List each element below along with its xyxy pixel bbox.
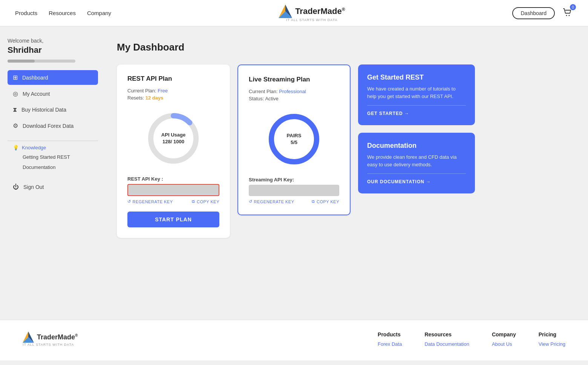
documentation-description: We provide clean forex and CFD data via … — [367, 153, 466, 168]
streaming-api-key-input[interactable] — [249, 185, 339, 196]
rest-copy-btn[interactable]: ⧉ COPY KEY — [192, 199, 219, 204]
logo-text: TraderMade® — [295, 6, 345, 16]
dashboard-icon: ⊞ — [13, 74, 18, 81]
cards-row: REST API Plan Current Plan: Free Resets:… — [117, 64, 577, 238]
streaming-donut-label: PAIRS 5/5 — [287, 132, 302, 146]
main-content: My Dashboard REST API Plan Current Plan:… — [106, 26, 588, 320]
footer-company-heading: Company — [492, 331, 516, 337]
rest-api-card: REST API Plan Current Plan: Free Resets:… — [117, 64, 230, 238]
sidebar-item-documentation[interactable]: Documentation — [8, 162, 98, 172]
footer-products-heading: Products — [378, 331, 402, 337]
footer-resources-heading: Resources — [424, 331, 469, 337]
rest-api-key-row — [127, 184, 219, 196]
sidebar-item-signout[interactable]: ⏻ Sign Out — [8, 180, 98, 194]
footer-logo-text: TraderMade® — [37, 333, 78, 341]
footer-view-pricing-link[interactable]: View Pricing — [539, 341, 565, 347]
logo-icon — [279, 5, 292, 18]
sidebar-download-label: Download Forex Data — [23, 123, 74, 129]
footer: TraderMade® IT ALL STARTS WITH DATA Prod… — [0, 320, 588, 360]
documentation-card: Documentation We provide clean forex and… — [358, 133, 475, 193]
streaming-current-plan: Current Plan: Professional — [249, 89, 339, 94]
get-started-title: Get Started REST — [367, 74, 466, 81]
streaming-copy-btn[interactable]: ⧉ COPY KEY — [312, 199, 339, 204]
streaming-regenerate-icon: ↺ — [249, 199, 253, 204]
username: Shridhar — [8, 45, 98, 55]
rest-donut-label: API Usage 128/ 1000 — [161, 132, 185, 145]
right-cards: Get Started REST We have created a numbe… — [358, 64, 475, 193]
rest-api-key-section: REST API Key : ↺ REGENERATE KEY ⧉ COPY K… — [127, 176, 219, 204]
get-started-card: Get Started REST We have created a numbe… — [358, 64, 475, 125]
sidebar-item-account[interactable]: ◎ My Account — [8, 86, 98, 101]
sidebar-account-label: My Account — [23, 91, 50, 97]
footer-resources-col: Resources Data Documentation — [424, 331, 469, 349]
start-plan-button[interactable]: START PLAN — [127, 212, 219, 227]
account-icon: ◎ — [13, 90, 18, 97]
dashboard-button[interactable]: Dashboard — [512, 7, 555, 19]
footer-forex-data-link[interactable]: Forex Data — [378, 341, 402, 347]
footer-logo-tagline: IT ALL STARTS WITH DATA — [23, 343, 78, 347]
cart-badge: 0 — [570, 4, 576, 10]
footer-pricing-col: Pricing View Pricing — [539, 331, 565, 349]
sidebar: Welcome back, Shridhar ⊞ Dashboard ◎ My … — [0, 26, 106, 320]
knowledge-section: 💡 Knowledge — [13, 145, 98, 150]
progress-bar — [8, 60, 75, 63]
rest-current-plan: Current Plan: Free — [127, 88, 219, 94]
header: Products Resources Company TraderMade® I… — [0, 0, 588, 26]
historical-icon: ⧗ — [13, 106, 17, 113]
regenerate-icon: ↺ — [127, 199, 131, 204]
streaming-donut-wrapper: PAIRS 5/5 — [249, 109, 339, 169]
streaming-donut: PAIRS 5/5 — [264, 109, 324, 169]
header-right: Dashboard 0 — [512, 7, 573, 19]
nav-company[interactable]: Company — [87, 10, 111, 16]
sidebar-divider — [8, 141, 98, 141]
documentation-title: Documentation — [367, 142, 466, 150]
main-nav: Products Resources Company — [15, 10, 111, 16]
sidebar-item-historical[interactable]: ⧗ Buy Historical Data — [8, 103, 98, 117]
signout-label: Sign Out — [23, 184, 44, 190]
welcome-text: Welcome back, — [8, 38, 98, 44]
nav-resources[interactable]: Resources — [49, 10, 76, 16]
footer-logo-icon — [23, 331, 34, 343]
rest-api-key-input[interactable] — [127, 184, 219, 196]
knowledge-icon: 💡 — [13, 145, 19, 150]
streaming-api-key-label: Streaming API Key: — [249, 177, 339, 182]
streaming-copy-icon: ⧉ — [312, 199, 315, 204]
sidebar-item-download[interactable]: ⚙ Download Forex Data — [8, 118, 98, 133]
logo-tagline: IT ALL STARTS WITH DATA — [286, 18, 337, 22]
streaming-card: Live Streaming Plan Current Plan: Profes… — [237, 64, 351, 215]
footer-company-col: Company About Us — [492, 331, 516, 349]
rest-regenerate-btn[interactable]: ↺ REGENERATE KEY — [127, 199, 173, 204]
footer-about-link[interactable]: About Us — [492, 341, 516, 347]
svg-point-3 — [566, 15, 567, 16]
copy-icon: ⧉ — [192, 199, 195, 204]
nav-products[interactable]: Products — [15, 10, 37, 16]
streaming-title: Live Streaming Plan — [249, 76, 339, 83]
sidebar-historical-label: Buy Historical Data — [21, 107, 66, 113]
get-started-description: We have created a number of tutorials to… — [367, 85, 466, 100]
streaming-regenerate-btn[interactable]: ↺ REGENERATE KEY — [249, 199, 294, 204]
knowledge-label: Knowledge — [22, 145, 46, 150]
footer-data-documentation-link[interactable]: Data Documentation — [424, 341, 469, 347]
rest-donut-wrapper: API Usage 128/ 1000 — [127, 108, 219, 169]
footer-logo: TraderMade® IT ALL STARTS WITH DATA — [23, 331, 78, 347]
rest-api-key-label: REST API Key : — [127, 176, 219, 182]
rest-api-key-actions: ↺ REGENERATE KEY ⧉ COPY KEY — [127, 199, 219, 204]
streaming-api-key-actions: ↺ REGENERATE KEY ⧉ COPY KEY — [249, 199, 339, 204]
logo[interactable]: TraderMade® IT ALL STARTS WITH DATA — [279, 5, 345, 22]
cart-icon[interactable]: 0 — [562, 7, 573, 19]
rest-api-title: REST API Plan — [127, 75, 219, 83]
sidebar-dashboard-label: Dashboard — [22, 75, 48, 81]
svg-point-4 — [568, 15, 570, 16]
documentation-button[interactable]: OUR DOCUMENTATION → — [367, 179, 431, 184]
footer-products-col: Products Forex Data — [378, 331, 402, 349]
footer-pricing-heading: Pricing — [539, 331, 565, 337]
sidebar-item-dashboard[interactable]: ⊞ Dashboard — [8, 70, 98, 85]
get-started-button[interactable]: GET STARTED → — [367, 111, 409, 116]
signout-icon: ⏻ — [13, 184, 19, 190]
get-started-divider — [367, 105, 466, 106]
sidebar-item-getting-started[interactable]: Getting Started REST — [8, 152, 98, 162]
main-wrapper: Welcome back, Shridhar ⊞ Dashboard ◎ My … — [0, 26, 588, 320]
sidebar-menu: ⊞ Dashboard ◎ My Account ⧗ Buy Historica… — [8, 70, 98, 133]
rest-resets: Resets: 12 days — [127, 95, 219, 101]
download-icon: ⚙ — [13, 122, 18, 129]
